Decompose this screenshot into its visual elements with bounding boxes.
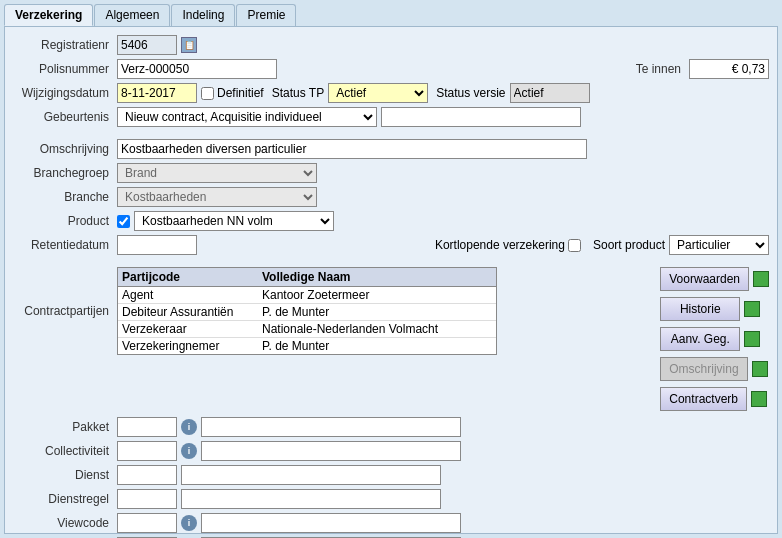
pakket-label: Pakket xyxy=(13,420,113,434)
pakket-row: Pakket i xyxy=(13,417,769,437)
side-actions: Voorwaarden Historie Aanv. Geg. Omschrij… xyxy=(660,267,769,411)
product-checkbox[interactable] xyxy=(117,215,130,228)
retentiedatum-input[interactable] xyxy=(117,235,197,255)
wijzigingsdatum-input[interactable] xyxy=(117,83,197,103)
omschrijving-btn-row: Omschrijving xyxy=(660,357,769,381)
aanv-geg-row: Aanv. Geg. xyxy=(660,327,769,351)
omschrijving-label: Omschrijving xyxy=(13,142,113,156)
aanv-geg-button[interactable]: Aanv. Geg. xyxy=(660,327,740,351)
viewcode-info-icon[interactable]: i xyxy=(181,515,197,531)
row2-col2: P. de Munter xyxy=(262,305,492,319)
table-header: Partijcode Volledige Naam xyxy=(118,268,496,287)
dienst-row: Dienst xyxy=(13,465,769,485)
row2-col1: Debiteur Assurantiën xyxy=(122,305,262,319)
product-label: Product xyxy=(13,214,113,228)
dienst-input1[interactable] xyxy=(117,465,177,485)
contractverb-button[interactable]: Contractverb xyxy=(660,387,747,411)
historie-icon[interactable] xyxy=(744,301,760,317)
definitief-checkbox[interactable] xyxy=(201,87,214,100)
wijzigingsdatum-row: Wijzigingsdatum Definitief Status TP Act… xyxy=(13,83,769,103)
gebeurtenis-select[interactable]: Nieuw contract, Acquisitie individueel xyxy=(117,107,377,127)
collectiviteit-input2[interactable] xyxy=(201,441,461,461)
tab-premie[interactable]: Premie xyxy=(236,4,296,26)
pakket-input1[interactable] xyxy=(117,417,177,437)
copy-icon[interactable]: 📋 xyxy=(181,37,197,53)
polisnummer-label: Polisnummer xyxy=(13,62,113,76)
gebeurtenis-row: Gebeurtenis Nieuw contract, Acquisitie i… xyxy=(13,107,769,127)
branchegroep-row: Branchegroep Brand xyxy=(13,163,769,183)
col2-header: Volledige Naam xyxy=(262,270,492,284)
row3-col2: Nationale-Nederlanden Volmacht xyxy=(262,322,492,336)
table-row: Verzekeringnemer P. de Munter xyxy=(118,338,496,354)
viewcode-input1[interactable] xyxy=(117,513,177,533)
row1-col2: Kantoor Zoetermeer xyxy=(262,288,492,302)
dienst-input2[interactable] xyxy=(181,465,441,485)
contractverb-row: Contractverb xyxy=(660,387,769,411)
dienstregel-input2[interactable] xyxy=(181,489,441,509)
viewcode-label: Viewcode xyxy=(13,516,113,530)
polisnummer-row: Polisnummer Te innen xyxy=(13,59,769,79)
viewcode-row: Viewcode i xyxy=(13,513,769,533)
gebeurtenis-extra-input[interactable] xyxy=(381,107,581,127)
aanv-geg-icon[interactable] xyxy=(744,331,760,347)
contractverb-icon[interactable] xyxy=(751,391,767,407)
table-row: Verzekeraar Nationale-Nederlanden Volmac… xyxy=(118,321,496,338)
main-panel: Registratienr 📋 Polisnummer Te innen Wij… xyxy=(4,26,778,534)
omschrijving-row: Omschrijving xyxy=(13,139,769,159)
definitief-checkbox-label[interactable]: Definitief xyxy=(201,86,264,100)
collectiviteit-info-icon[interactable]: i xyxy=(181,443,197,459)
product-select[interactable]: Kostbaarheden NN volm xyxy=(134,211,334,231)
bottom-section: Pakket i Collectiviteit i Dienst Dienstr… xyxy=(13,417,769,538)
retentiedatum-label: Retentiedatum xyxy=(13,238,113,252)
retentiedatum-row: Retentiedatum Kortlopende verzekering So… xyxy=(13,235,769,255)
kortlopende-label[interactable]: Kortlopende verzekering xyxy=(435,238,581,252)
kortlopende-checkbox[interactable] xyxy=(568,239,581,252)
tab-algemeen[interactable]: Algemeen xyxy=(94,4,170,26)
contractpartijen-left: Contractpartijen Partijcode Volledige Na… xyxy=(13,267,497,411)
definitief-label: Definitief xyxy=(217,86,264,100)
row4-col2: P. de Munter xyxy=(262,339,492,353)
status-versie-input xyxy=(510,83,590,103)
omschrijving-input[interactable] xyxy=(117,139,587,159)
omschrijving-button[interactable]: Omschrijving xyxy=(660,357,747,381)
collectiviteit-row: Collectiviteit i xyxy=(13,441,769,461)
registratienr-label: Registratienr xyxy=(13,38,113,52)
tab-bar: Verzekering Algemeen Indeling Premie xyxy=(0,0,782,26)
voorwaarden-icon[interactable] xyxy=(753,271,769,287)
omschrijving-icon[interactable] xyxy=(752,361,768,377)
status-tp-select[interactable]: Actief xyxy=(328,83,428,103)
contractpartijen-label: Contractpartijen xyxy=(13,304,113,318)
dienstregel-label: Dienstregel xyxy=(13,492,113,506)
table-row: Agent Kantoor Zoetermeer xyxy=(118,287,496,304)
branche-select[interactable]: Kostbaarheden xyxy=(117,187,317,207)
kortlopende-text: Kortlopende verzekering xyxy=(435,238,565,252)
voorwaarden-button[interactable]: Voorwaarden xyxy=(660,267,749,291)
row1-col1: Agent xyxy=(122,288,262,302)
viewcode-input2[interactable] xyxy=(201,513,461,533)
dienst-label: Dienst xyxy=(13,468,113,482)
contractpartijen-section: Contractpartijen Partijcode Volledige Na… xyxy=(13,267,769,411)
collectiviteit-input1[interactable] xyxy=(117,441,177,461)
pakket-info-icon[interactable]: i xyxy=(181,419,197,435)
soort-product-label: Soort product xyxy=(593,238,665,252)
col1-header: Partijcode xyxy=(122,270,262,284)
historie-row: Historie xyxy=(660,297,769,321)
product-row: Product Kostbaarheden NN volm xyxy=(13,211,769,231)
registratienr-row: Registratienr 📋 xyxy=(13,35,769,55)
tab-verzekering[interactable]: Verzekering xyxy=(4,4,93,26)
soort-product-select[interactable]: Particulier xyxy=(669,235,769,255)
gebeurtenis-label: Gebeurtenis xyxy=(13,110,113,124)
te-innen-input xyxy=(689,59,769,79)
contract-table: Partijcode Volledige Naam Agent Kantoor … xyxy=(117,267,497,355)
branchegroep-select[interactable]: Brand xyxy=(117,163,317,183)
registratienr-input xyxy=(117,35,177,55)
pakket-input2[interactable] xyxy=(201,417,461,437)
tab-indeling[interactable]: Indeling xyxy=(171,4,235,26)
polisnummer-input[interactable] xyxy=(117,59,277,79)
contractpartijen-label-row: Contractpartijen Partijcode Volledige Na… xyxy=(13,267,497,355)
row3-col1: Verzekeraar xyxy=(122,322,262,336)
dienstregel-input1[interactable] xyxy=(117,489,177,509)
branche-row: Branche Kostbaarheden xyxy=(13,187,769,207)
historie-button[interactable]: Historie xyxy=(660,297,740,321)
status-versie-label: Status versie xyxy=(436,86,505,100)
